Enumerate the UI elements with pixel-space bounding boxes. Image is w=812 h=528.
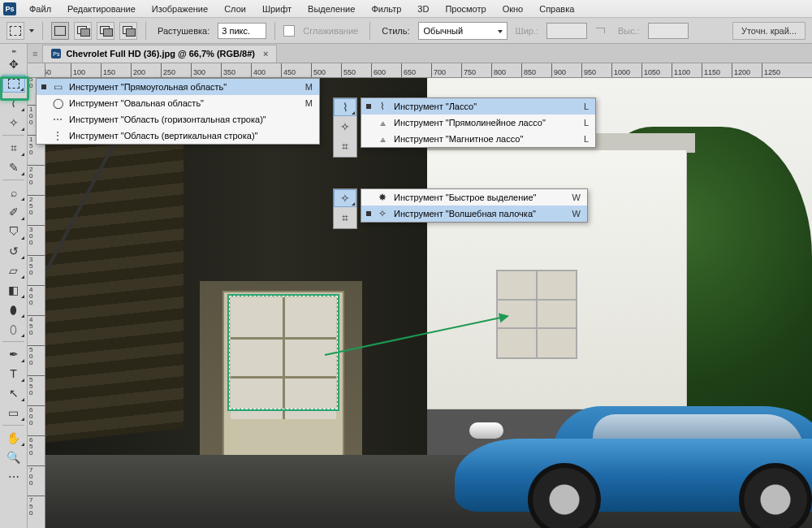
- panel-collapse-handle[interactable]: [0, 47, 27, 55]
- flyout-item[interactable]: ⟁Инструмент "Магнитное лассо"L: [361, 131, 595, 147]
- flyout-item[interactable]: ▭Инструмент "Прямоугольная область"M: [37, 79, 319, 95]
- flyout-shortcut: W: [569, 209, 581, 219]
- separator: [274, 22, 275, 40]
- flyout-item[interactable]: ◯Инструмент "Овальная область"M: [37, 95, 319, 111]
- tab-close-button[interactable]: ×: [260, 49, 268, 58]
- dodge-icon: ⬯: [10, 323, 17, 335]
- crop-tool-mini[interactable]: ⌗: [334, 137, 356, 155]
- menu-layers[interactable]: Слои: [216, 2, 254, 16]
- selection-new-button[interactable]: [51, 22, 69, 40]
- shape-tool[interactable]: ▭: [2, 404, 25, 422]
- wand-tool-mini[interactable]: ✧: [334, 118, 356, 136]
- lasso-tool-mini[interactable]: ⌇: [334, 98, 356, 116]
- hand-tool[interactable]: ✋: [2, 429, 25, 447]
- type-tool[interactable]: T: [2, 365, 25, 383]
- car-wheel: [739, 463, 812, 528]
- brush-tool[interactable]: ✐: [2, 203, 25, 221]
- dodge-tool[interactable]: ⬯: [2, 320, 25, 338]
- tab-menu-icon[interactable]: ≡: [32, 49, 37, 58]
- flyout-item[interactable]: ✧Инструмент "Волшебная палочка"W: [361, 206, 587, 222]
- flyout-label: Инструмент "Быстрое выделение": [394, 193, 564, 202]
- selection-add-button[interactable]: [74, 22, 92, 40]
- menu-image[interactable]: Изображение: [144, 2, 216, 16]
- feather-input[interactable]: [218, 23, 266, 39]
- menubar: Ps Файл Редактирование Изображение Слои …: [0, 0, 812, 18]
- blur-tool[interactable]: ⬮: [2, 301, 25, 318]
- flyout-item[interactable]: ⋯Инструмент "Область (горизонтальная стр…: [37, 111, 319, 128]
- move-tool[interactable]: ✥: [2, 55, 25, 73]
- heal-tool[interactable]: ⌕: [2, 184, 25, 201]
- crop-tool-mini[interactable]: ⌗: [334, 209, 356, 227]
- style-select[interactable]: Обычный: [418, 22, 508, 40]
- stamp-tool[interactable]: ⛉: [2, 223, 25, 240]
- style-label: Стиль:: [378, 26, 412, 36]
- flyout-indicator-icon: [352, 111, 355, 115]
- crop-tool[interactable]: ⌗: [2, 139, 25, 157]
- flyout-indicator-icon: [21, 275, 24, 279]
- flyout-label: Инструмент "Прямолинейное лассо": [394, 118, 572, 128]
- eraser-tool[interactable]: ▱: [2, 262, 25, 279]
- menu-type[interactable]: Шрифт: [254, 2, 300, 16]
- menu-select[interactable]: Выделение: [300, 2, 363, 16]
- document-tab[interactable]: Ps Chevrolet Full HD (36).jpg @ 66,7% (R…: [42, 45, 277, 63]
- flyout-label: Инструмент "Лассо": [394, 102, 572, 111]
- menu-file[interactable]: Файл: [21, 2, 59, 16]
- tool-icon: ⟁: [376, 133, 389, 145]
- refine-edge-button[interactable]: Уточн. край...: [732, 22, 806, 40]
- history-brush-icon: ↺: [9, 245, 19, 257]
- ruler-origin[interactable]: [28, 63, 45, 78]
- width-input: [546, 23, 587, 39]
- flyout-item[interactable]: ⌇Инструмент "Лассо"L: [361, 98, 595, 115]
- selected-indicator-icon: [41, 101, 46, 106]
- tool-icon: ◯: [51, 97, 64, 109]
- menu-window[interactable]: Окно: [495, 2, 532, 16]
- menu-3d[interactable]: 3D: [409, 2, 437, 16]
- swap-wh-button[interactable]: [592, 22, 610, 40]
- gradient-tool[interactable]: ◧: [2, 281, 25, 299]
- car-wheel: [528, 463, 601, 528]
- menu-view[interactable]: Просмотр: [437, 2, 494, 16]
- wand-tool-mini[interactable]: ✧: [334, 189, 356, 207]
- selected-indicator-icon: [366, 195, 371, 200]
- menu-filter[interactable]: Фильтр: [363, 2, 409, 16]
- menu-help[interactable]: Справка: [531, 2, 582, 16]
- bandage-icon: ⌕: [11, 187, 17, 198]
- options-bar: Растушевка: Сглаживание Стиль: Обычный Ш…: [0, 18, 812, 44]
- selection-intersect-button[interactable]: [119, 22, 137, 40]
- workspace: ✥ ⌇ ✧ ⌗ ✎ ⌕ ✐ ⛉ ↺ ▱ ◧ ⬮ ⬯ ✒ T ↖ ▭ ✋ 🔍 ⋯ …: [0, 44, 812, 528]
- antialias-checkbox[interactable]: [283, 25, 295, 37]
- dropdown-icon[interactable]: [29, 29, 34, 32]
- dots-icon: ⋯: [8, 471, 19, 483]
- gradient-icon: ◧: [8, 284, 19, 296]
- selected-indicator-icon: [366, 211, 371, 216]
- square-icon: [54, 26, 66, 36]
- pen-tool[interactable]: ✒: [2, 345, 25, 363]
- car-headlight: [469, 422, 503, 439]
- lasso-icon: ⌇: [343, 102, 348, 113]
- history-brush-tool[interactable]: ↺: [2, 242, 25, 260]
- selected-indicator-icon: [41, 84, 46, 89]
- flyout-item[interactable]: ⟁Инструмент "Прямолинейное лассо"L: [361, 115, 595, 131]
- zoom-tool[interactable]: 🔍: [2, 448, 25, 466]
- flyout-indicator-icon: [21, 314, 24, 318]
- stamp-icon: ⛉: [8, 226, 19, 237]
- menu-edit[interactable]: Редактирование: [59, 2, 144, 16]
- selected-indicator-icon: [366, 120, 371, 125]
- flyout-item[interactable]: ⋮Инструмент "Область (вертикальная строк…: [37, 128, 319, 144]
- selected-indicator-icon: [366, 104, 371, 109]
- flyout-shortcut: L: [577, 118, 589, 128]
- wand-tool[interactable]: ✧: [2, 114, 25, 132]
- extra-tool[interactable]: ⋯: [2, 468, 25, 486]
- horizontal-ruler[interactable]: 5010015020025030035040045050055060065070…: [45, 63, 812, 78]
- vertical-ruler[interactable]: 5010015020025030035040045050055060065070…: [28, 78, 45, 528]
- flyout-indicator-icon: [21, 379, 24, 382]
- path-tool[interactable]: ↖: [2, 384, 25, 402]
- flyout-item[interactable]: ✸Инструмент "Быстрое выделение"W: [361, 189, 587, 206]
- eyedropper-tool[interactable]: ✎: [2, 158, 25, 176]
- selection-subtract-button[interactable]: [97, 22, 114, 40]
- flyout-label: Инструмент "Область (вертикальная строка…: [69, 131, 296, 141]
- tool-preset-picker[interactable]: [6, 22, 24, 40]
- document-title: Chevrolet Full HD (36).jpg @ 66,7% (RGB/…: [66, 49, 255, 58]
- ps-file-icon: Ps: [51, 49, 61, 58]
- separator: [2, 341, 24, 342]
